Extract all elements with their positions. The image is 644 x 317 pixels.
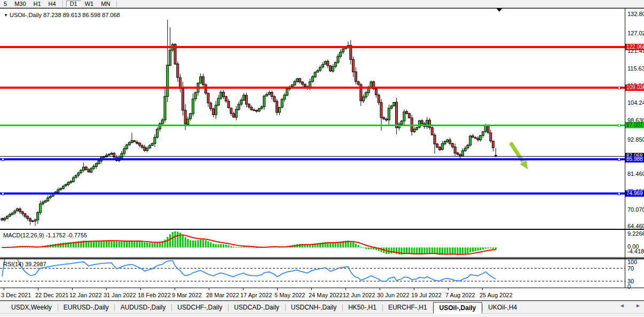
hline-right-handle[interactable] xyxy=(618,87,621,89)
hline-122.068[interactable] xyxy=(0,46,625,48)
candlestick-series xyxy=(1,20,497,226)
tab-scroll-right-icon[interactable]: ► xyxy=(635,303,641,308)
date-tick-mark xyxy=(4,288,4,290)
date-tick-mark xyxy=(345,288,346,290)
price-chart-canvas[interactable] xyxy=(0,9,625,229)
price-badge-122.068: 122.068 xyxy=(625,44,644,50)
period-button-m30[interactable]: M30 xyxy=(11,1,29,7)
date-tick-mark xyxy=(277,288,278,290)
date-label: 31 Jan 2022 xyxy=(104,292,136,298)
symbol-tab-ukoil-h4[interactable]: UKOil-,H4 xyxy=(482,302,523,313)
date-label: 28 Mar 2022 xyxy=(206,292,239,298)
date-label: 5 May 2022 xyxy=(274,292,305,298)
date-tick-mark xyxy=(380,288,380,290)
price-tick-label: 115.630 xyxy=(627,65,644,72)
hline-74.969[interactable] xyxy=(0,192,625,195)
date-tick-mark xyxy=(106,288,107,290)
period-button-5[interactable]: 5 xyxy=(0,1,11,7)
chart-title: ▼ USOil-,Daily 87.238 89.613 86.598 87.0… xyxy=(4,12,120,19)
price-badge-85.988: 85.988 xyxy=(625,156,644,163)
macd-axis-label: 9.2266 xyxy=(627,230,644,237)
period-button-w1[interactable]: W1 xyxy=(81,1,98,7)
price-badge-109.036: 109.036 xyxy=(625,84,644,91)
hline-87.068[interactable] xyxy=(0,156,625,157)
date-tick-mark xyxy=(243,288,244,290)
price-tick-label: 92.850 xyxy=(627,136,644,143)
tab-scroll-arrows: ◄ ► xyxy=(619,303,641,308)
period-button-d1[interactable]: D1 xyxy=(66,1,81,7)
macd-pane-canvas[interactable] xyxy=(0,230,625,257)
price-badge-97.007: 97.007 xyxy=(625,122,644,128)
toolbar-separator xyxy=(62,1,64,7)
rsi-pane-canvas[interactable] xyxy=(0,259,625,288)
date-tick-mark xyxy=(72,288,73,290)
period-button-h1[interactable]: H1 xyxy=(30,1,45,7)
tab-scroll-left-icon[interactable]: ◄ xyxy=(619,303,625,308)
rsi-axis-label: 70 xyxy=(627,265,634,272)
date-label: 22 Dec 2021 xyxy=(35,292,68,298)
date-label: 9 Mar 2022 xyxy=(172,292,202,298)
symbol-tab-hk50-h1[interactable]: HK50-,H1 xyxy=(342,302,382,313)
price-tick-label: 64.460 xyxy=(627,223,644,229)
date-tick-mark xyxy=(311,288,312,290)
period-button-mn[interactable]: MN xyxy=(97,1,114,7)
status-strip xyxy=(0,313,644,317)
date-tick-mark xyxy=(38,288,38,290)
price-badge-74.969: 74.969 xyxy=(625,190,644,197)
macd-label: MACD(12,26,9) -1.1752 -0.7755 xyxy=(3,232,87,238)
date-label: 17 Apr 2022 xyxy=(240,292,272,298)
date-tick-mark xyxy=(414,288,414,290)
date-label: 25 Aug 2022 xyxy=(480,292,513,298)
macd-axis-label: -4.4188 xyxy=(627,248,644,254)
symbol-tab-usdcnh-daily[interactable]: USDCNH-,Daily xyxy=(285,302,342,313)
chart-title-symbol: USOil-,Daily xyxy=(10,12,42,18)
symbol-tab-usoil-daily[interactable]: USOil-,Daily xyxy=(433,302,483,314)
price-tick-label: 127.020 xyxy=(627,30,644,36)
hline-109.036[interactable] xyxy=(0,87,625,89)
date-tick-mark xyxy=(482,288,483,290)
period-button-h4[interactable]: H4 xyxy=(45,1,60,7)
price-tick-label: 132.800 xyxy=(627,11,644,17)
hline-right-handle[interactable] xyxy=(618,124,621,127)
rsi-axis-label: 100 xyxy=(627,259,637,265)
date-label: 30 Jun 2022 xyxy=(377,292,410,298)
date-label: 3 Dec 2021 xyxy=(1,292,31,298)
chart-title-ohlc: 87.238 89.613 86.598 87.068 xyxy=(43,12,120,18)
symbol-tab-usdx-weekly[interactable]: USDX,Weekly xyxy=(5,302,58,313)
hline-right-handle[interactable] xyxy=(618,158,621,161)
symbol-dropdown-icon[interactable]: ▼ xyxy=(4,13,8,18)
date-tick-mark xyxy=(209,288,209,290)
symbol-tab-usdchf-daily[interactable]: USDCHF-,Daily xyxy=(171,302,228,313)
date-tick-mark xyxy=(175,288,175,290)
symbol-tab-usdcad-daily[interactable]: USDCAD-,Daily xyxy=(228,302,285,313)
date-tick-mark xyxy=(448,288,449,290)
date-label: 19 Jul 2022 xyxy=(411,292,442,298)
symbol-tab-bar: USDX,WeeklyEURUSD-,DailyAUDUSD-,DailyUSD… xyxy=(0,300,644,313)
price-tick-label: 70.070 xyxy=(627,206,644,213)
date-label: 24 May 2022 xyxy=(309,292,343,298)
hline-right-handle[interactable] xyxy=(618,192,621,195)
chart-bottom-border xyxy=(0,288,644,288)
hline-left-handle[interactable] xyxy=(2,192,4,195)
symbol-tab-eurchf-h1[interactable]: EURCHF-,H1 xyxy=(382,302,433,313)
macd-rsi-splitter[interactable] xyxy=(0,257,644,258)
price-tick-label: 81.460 xyxy=(627,171,644,177)
toolbar-separator xyxy=(116,1,117,7)
hline-85.988[interactable] xyxy=(0,158,625,160)
terminal-window: 5M30H1H4D1W1MN ▼ USOil-,Daily 87.238 89.… xyxy=(0,0,644,317)
rsi-label: RSI(14) 39.2987 xyxy=(3,261,46,267)
rsi-axis-label: 0 xyxy=(627,283,631,290)
symbol-tab-audusd-daily[interactable]: AUDUSD-,Daily xyxy=(114,302,171,313)
price-axis-border xyxy=(625,9,625,288)
price-tick-label: 104.240 xyxy=(627,99,644,106)
date-label: 7 Aug 2022 xyxy=(445,292,475,298)
date-label: 18 Feb 2022 xyxy=(138,292,171,298)
hline-97.007[interactable] xyxy=(0,125,625,126)
date-tick-mark xyxy=(140,288,141,290)
rsi-line xyxy=(2,259,496,281)
date-label: 12 Jan 2022 xyxy=(69,292,102,298)
date-label: 12 Jun 2022 xyxy=(343,292,375,298)
symbol-tab-eurusd-daily[interactable]: EURUSD-,Daily xyxy=(58,302,115,313)
period-toolbar: 5M30H1H4D1W1MN xyxy=(0,0,644,8)
hline-left-handle[interactable] xyxy=(2,158,4,161)
